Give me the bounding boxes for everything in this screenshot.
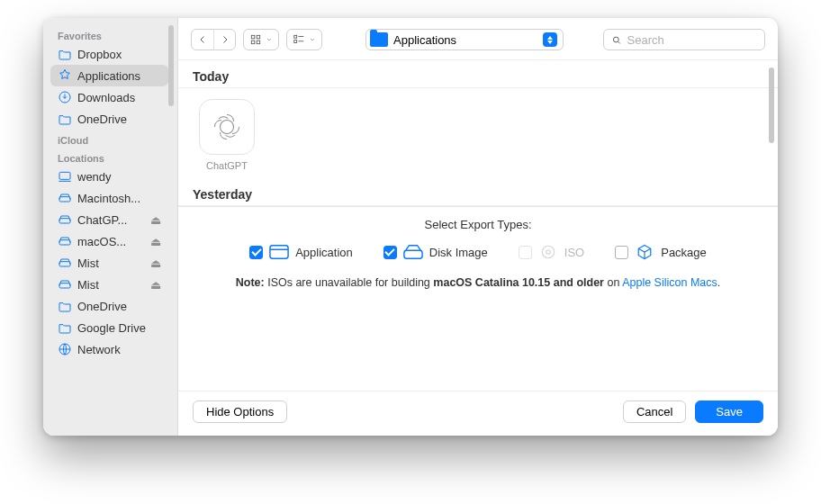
export-type-label: Package [661, 246, 707, 259]
checkbox[interactable] [615, 246, 628, 259]
location-popup[interactable]: Applications [365, 29, 564, 50]
sidebar-item-label: Network [77, 343, 121, 356]
svg-point-19 [546, 250, 551, 255]
dialog-footer: Hide Options Cancel Save [178, 391, 778, 436]
svg-rect-9 [257, 35, 260, 39]
sidebar-item-network[interactable]: Network [50, 338, 168, 360]
sidebar-item-label: Applications [77, 69, 140, 83]
checkbox[interactable] [383, 246, 397, 259]
disk-icon [58, 191, 72, 205]
sidebar-item-label: macOS... [77, 235, 126, 248]
export-type-iso: ISO [519, 244, 584, 260]
export-note: Note: ISOs are unavailable for building … [200, 276, 756, 302]
disk-icon [58, 256, 72, 270]
folder-icon [370, 32, 388, 47]
sidebar-item-dropbox[interactable]: Dropbox [50, 43, 168, 65]
sidebar-item-label: Downloads [77, 91, 135, 104]
cancel-button[interactable]: Cancel [623, 400, 686, 423]
svg-rect-8 [251, 35, 255, 39]
svg-rect-4 [59, 240, 70, 245]
eject-icon[interactable]: ⏏ [150, 278, 161, 292]
note-text: ISOs are unavailable for building [265, 276, 434, 289]
sidebar-item-volume[interactable]: macOS... ⏏ [50, 230, 168, 252]
checkbox [519, 246, 532, 259]
sidebar-item-label: OneDrive [77, 300, 127, 313]
disk-image-icon [403, 244, 423, 260]
sidebar-item-label: Macintosh... [77, 192, 140, 205]
sidebar-item-folder[interactable]: Google Drive [50, 317, 168, 338]
eject-icon[interactable]: ⏏ [150, 213, 161, 227]
nav-forward-button[interactable] [213, 30, 235, 50]
sidebar-item-disk[interactable]: Macintosh... [50, 187, 168, 209]
sidebar-item-volume[interactable]: Mist ⏏ [50, 274, 168, 295]
export-type-application[interactable]: Application [249, 244, 353, 260]
export-title: Select Export Types: [200, 218, 756, 231]
box-folder-icon [58, 47, 72, 61]
sidebar-heading-icloud: iCloud [50, 130, 177, 148]
eject-icon[interactable]: ⏏ [150, 256, 161, 270]
chevron-down-icon [309, 36, 316, 43]
location-label: Applications [393, 33, 456, 47]
sidebar-item-onedrive[interactable]: OneDrive [50, 108, 168, 130]
sidebar-item-folder[interactable]: OneDrive [50, 295, 168, 317]
save-dialog-window: Favorites Dropbox Applications Downloads… [43, 18, 778, 436]
content-scrollbar[interactable] [769, 68, 774, 143]
save-button[interactable]: Save [695, 400, 763, 423]
export-type-label: ISO [564, 246, 584, 259]
nav-back-button[interactable] [192, 30, 213, 50]
disk-icon [58, 212, 72, 227]
sidebar-item-label: Mist [77, 278, 99, 292]
folder-icon [58, 112, 72, 126]
search-input[interactable] [627, 33, 757, 47]
svg-rect-3 [59, 219, 70, 223]
svg-rect-12 [294, 35, 297, 38]
note-suffix: . [717, 276, 720, 289]
file-name: ChatGPT [206, 160, 248, 171]
export-type-label: Disk Image [429, 246, 488, 259]
export-options-panel: Select Export Types: Application Disk Im… [178, 206, 778, 302]
svg-rect-2 [59, 197, 70, 202]
svg-point-15 [221, 121, 234, 134]
group-by-button[interactable] [286, 29, 322, 50]
chevron-down-icon [266, 36, 273, 43]
file-browser[interactable]: Today ChatGPT Yesterday Select Export Ty… [178, 59, 778, 391]
svg-rect-6 [59, 284, 70, 288]
note-bold: macOS Catalina 10.15 and older [433, 276, 604, 289]
export-type-label: Application [295, 246, 353, 259]
note-text: on [604, 276, 622, 289]
sidebar-item-label: Mist [77, 256, 99, 270]
sidebar-item-label: ChatGP... [77, 213, 127, 227]
nav-back-forward [191, 29, 236, 50]
folder-icon [58, 320, 72, 335]
eject-icon[interactable]: ⏏ [150, 235, 161, 248]
folder-icon [58, 299, 72, 313]
export-type-disk-image[interactable]: Disk Image [383, 244, 488, 260]
sidebar-item-volume[interactable]: Mist ⏏ [50, 252, 168, 274]
checkbox[interactable] [249, 246, 263, 259]
sidebar: Favorites Dropbox Applications Downloads… [43, 18, 178, 436]
export-type-package[interactable]: Package [615, 244, 707, 260]
sidebar-item-volume[interactable]: ChatGP... ⏏ [50, 209, 168, 230]
svg-point-18 [542, 246, 555, 258]
updown-icon [543, 32, 557, 47]
view-icons-button[interactable] [243, 29, 279, 50]
sidebar-scrollbar[interactable] [168, 25, 174, 106]
note-link[interactable]: Apple Silicon Macs [622, 276, 717, 289]
search-icon [611, 34, 622, 46]
sidebar-item-downloads[interactable]: Downloads [50, 86, 168, 108]
note-prefix: Note: [236, 276, 265, 289]
svg-rect-10 [251, 40, 255, 44]
disk-icon [58, 234, 72, 248]
section-header-today: Today [178, 60, 778, 88]
file-item[interactable]: ChatGPT [193, 99, 261, 171]
app-icon [199, 99, 255, 155]
svg-rect-17 [404, 250, 422, 258]
hide-options-button[interactable]: Hide Options [193, 400, 287, 423]
sidebar-item-computer[interactable]: wendy [50, 166, 168, 187]
globe-icon [58, 342, 72, 356]
sidebar-item-applications[interactable]: Applications [50, 65, 168, 86]
svg-rect-11 [257, 40, 260, 44]
search-field[interactable] [603, 29, 765, 50]
sidebar-item-label: OneDrive [77, 112, 127, 126]
computer-icon [58, 169, 72, 184]
